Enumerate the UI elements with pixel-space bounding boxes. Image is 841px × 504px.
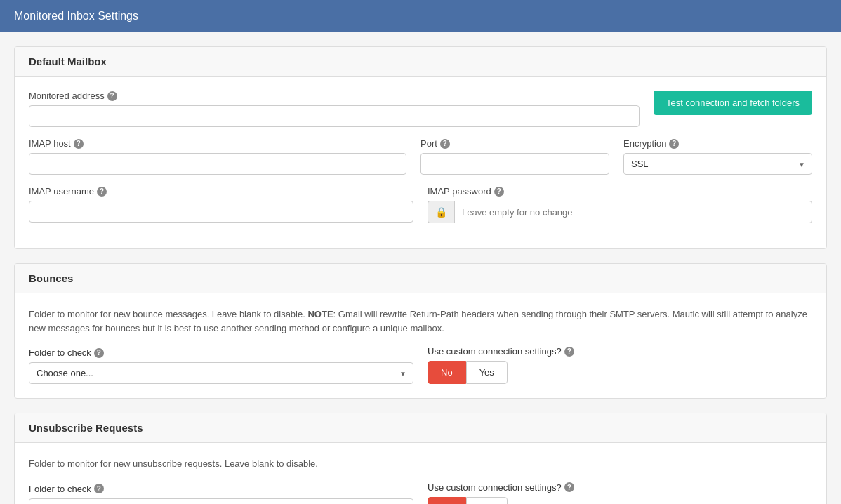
default-mailbox-card: Default Mailbox Monitored address ? Test…: [14, 46, 827, 249]
unsubscribe-folder-group: Folder to check ? Choose one...: [29, 484, 413, 505]
bounces-title: Bounces: [29, 272, 73, 284]
unsubscribe-description: Folder to monitor for new unsubscribe re…: [29, 457, 812, 471]
encryption-help-icon[interactable]: ?: [669, 139, 679, 149]
default-mailbox-header: Default Mailbox: [15, 47, 826, 77]
unsubscribe-custom-conn-label: Use custom connection settings? ?: [428, 482, 812, 493]
imap-password-label: IMAP password ?: [428, 186, 812, 197]
default-mailbox-body: Monitored address ? Test connection and …: [15, 77, 826, 248]
imap-host-input[interactable]: [29, 153, 406, 175]
bounces-custom-conn-label: Use custom connection settings? ?: [428, 346, 812, 357]
unsubscribe-header: Unsubscribe Requests: [15, 413, 826, 443]
unsubscribe-custom-conn-toggle: No Yes: [428, 497, 812, 505]
encryption-label: Encryption ?: [623, 138, 812, 149]
page-content: Default Mailbox Monitored address ? Test…: [0, 32, 841, 504]
imap-password-input[interactable]: [454, 201, 812, 223]
imap-username-label: IMAP username ?: [29, 186, 413, 197]
monitored-address-input[interactable]: [29, 105, 640, 127]
encryption-select[interactable]: SSL TLS None: [623, 153, 812, 175]
unsubscribe-title: Unsubscribe Requests: [29, 422, 143, 434]
imap-password-help-icon[interactable]: ?: [494, 187, 504, 197]
unsubscribe-folder-label: Folder to check ?: [29, 484, 413, 494]
bounces-custom-conn-toggle: No Yes: [428, 361, 812, 384]
default-mailbox-title: Default Mailbox: [29, 55, 107, 67]
unsubscribe-custom-conn-group: Use custom connection settings? ? No Yes: [428, 482, 812, 505]
unsubscribe-folder-help-icon[interactable]: ?: [94, 484, 104, 493]
imap-username-group: IMAP username ?: [29, 186, 413, 223]
imap-host-help-icon[interactable]: ?: [74, 139, 84, 149]
page-header: Monitored Inbox Settings: [0, 0, 841, 32]
monitored-address-group: Monitored address ?: [29, 91, 640, 127]
unsubscribe-custom-conn-help-icon[interactable]: ?: [564, 482, 574, 492]
monitored-address-help-icon[interactable]: ?: [107, 91, 117, 101]
bounces-card: Bounces Folder to monitor for new bounce…: [14, 263, 827, 399]
credentials-row: IMAP username ? IMAP password ?: [29, 186, 812, 223]
encryption-group: Encryption ? SSL TLS None: [623, 138, 812, 175]
monitored-address-row: Monitored address ? Test connection and …: [29, 91, 812, 127]
test-connection-button[interactable]: Test connection and fetch folders: [654, 91, 812, 115]
imap-host-label: IMAP host ?: [29, 138, 406, 149]
bounces-folder-select[interactable]: Choose one...: [29, 362, 413, 384]
test-connection-wrapper: Test connection and fetch folders: [654, 91, 812, 116]
bounces-folder-group: Folder to check ? Choose one...: [29, 347, 413, 384]
unsubscribe-folder-select[interactable]: Choose one...: [29, 498, 413, 505]
page-title: Monitored Inbox Settings: [14, 10, 138, 22]
unsubscribe-card: Unsubscribe Requests Folder to monitor f…: [14, 413, 827, 504]
port-input[interactable]: 993: [420, 153, 609, 175]
imap-username-help-icon[interactable]: ?: [97, 187, 107, 197]
unsubscribe-body: Folder to monitor for new unsubscribe re…: [15, 443, 826, 504]
unsubscribe-yes-button[interactable]: Yes: [466, 497, 508, 505]
port-label: Port ?: [420, 138, 609, 149]
imap-host-row: IMAP host ? Port ? 993: [29, 138, 812, 175]
unsubscribe-folder-row: Folder to check ? Choose one... Use cust…: [29, 482, 812, 505]
port-group: Port ? 993: [420, 138, 609, 175]
bounces-folder-label: Folder to check ?: [29, 347, 413, 358]
bounces-folder-help-icon[interactable]: ?: [94, 348, 104, 358]
imap-password-group: IMAP password ? 🔒: [428, 186, 812, 223]
imap-username-input[interactable]: [29, 201, 413, 223]
monitored-address-label: Monitored address ?: [29, 91, 640, 101]
bounces-header: Bounces: [15, 264, 826, 293]
imap-host-group: IMAP host ?: [29, 138, 406, 175]
bounces-folder-row: Folder to check ? Choose one... Use cust…: [29, 346, 812, 384]
bounces-custom-conn-help-icon[interactable]: ?: [564, 347, 574, 357]
unsubscribe-no-button[interactable]: No: [428, 497, 466, 505]
lock-icon: 🔒: [428, 201, 454, 223]
encryption-select-wrapper: SSL TLS None: [623, 153, 812, 175]
bounces-custom-conn-group: Use custom connection settings? ? No Yes: [428, 346, 812, 384]
bounces-folder-select-wrapper: Choose one...: [29, 362, 413, 384]
bounces-body: Folder to monitor for new bounce message…: [15, 293, 826, 398]
bounces-description: Folder to monitor for new bounce message…: [29, 307, 812, 335]
unsubscribe-folder-select-wrapper: Choose one...: [29, 498, 413, 505]
port-help-icon[interactable]: ?: [440, 139, 450, 149]
bounces-no-button[interactable]: No: [428, 361, 466, 384]
imap-password-input-group: 🔒: [428, 201, 812, 223]
bounces-yes-button[interactable]: Yes: [466, 361, 508, 384]
